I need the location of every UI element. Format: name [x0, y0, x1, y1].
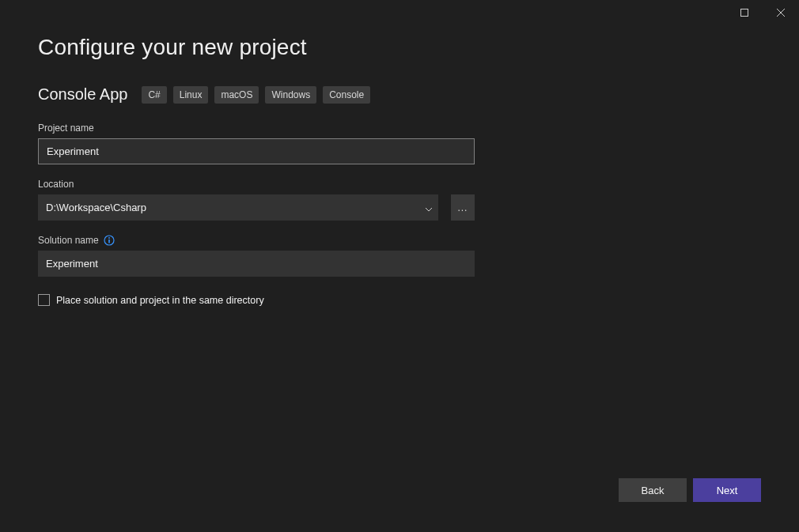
- project-type-subtitle: Console App: [38, 85, 127, 104]
- location-field: Location ...: [38, 179, 475, 221]
- browse-button[interactable]: ...: [451, 194, 475, 221]
- tag-console: Console: [323, 86, 370, 104]
- location-input[interactable]: [38, 194, 438, 221]
- close-button[interactable]: [763, 0, 799, 25]
- svg-point-4: [108, 237, 110, 239]
- location-label: Location: [38, 179, 475, 190]
- maximize-icon: [740, 9, 748, 17]
- main-content: Configure your new project Console App C…: [0, 0, 799, 306]
- project-name-input[interactable]: [38, 138, 475, 164]
- solution-name-field: Solution name: [38, 235, 475, 277]
- same-directory-label[interactable]: Place solution and project in the same d…: [56, 295, 264, 306]
- project-name-field: Project name: [38, 123, 475, 164]
- solution-name-label-text: Solution name: [38, 235, 99, 246]
- same-directory-row: Place solution and project in the same d…: [38, 294, 761, 306]
- same-directory-checkbox[interactable]: [38, 294, 50, 306]
- page-title: Configure your new project: [38, 35, 761, 60]
- tag-windows: Windows: [265, 86, 316, 104]
- window-titlebar: [726, 0, 799, 25]
- info-icon[interactable]: [104, 235, 115, 246]
- tag-list: C# Linux macOS Windows Console: [142, 86, 370, 104]
- svg-rect-0: [741, 9, 748, 17]
- maximize-button[interactable]: [726, 0, 763, 25]
- tag-csharp: C#: [142, 86, 166, 104]
- project-name-label: Project name: [38, 123, 475, 134]
- close-icon: [777, 9, 785, 17]
- footer-buttons: Back Next: [619, 478, 761, 502]
- location-dropdown[interactable]: [38, 194, 438, 221]
- svg-rect-5: [108, 240, 110, 243]
- subtitle-row: Console App C# Linux macOS Windows Conso…: [38, 85, 761, 104]
- location-row: ...: [38, 194, 475, 221]
- tag-macos: macOS: [214, 86, 259, 104]
- tag-linux: Linux: [173, 86, 209, 104]
- solution-name-input[interactable]: [38, 251, 475, 277]
- solution-name-label: Solution name: [38, 235, 475, 246]
- back-button[interactable]: Back: [619, 478, 687, 502]
- next-button[interactable]: Next: [693, 478, 761, 502]
